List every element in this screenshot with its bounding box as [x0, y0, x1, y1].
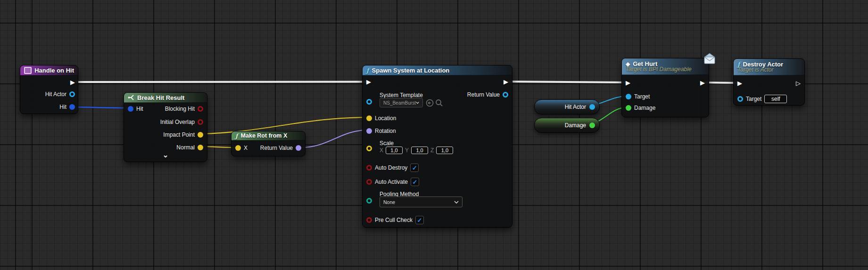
- node-title: Spawn System at Location: [372, 67, 450, 74]
- exec-out-pin[interactable]: ▶: [700, 80, 705, 86]
- hit-struct-wire[interactable]: [74, 107, 129, 108]
- scale-pin[interactable]: [366, 146, 372, 151]
- spawn-system-at-location-node[interactable]: ƒ Spawn System at Location ▶ ▶ Return Va…: [362, 65, 513, 228]
- interface-message-envelope-icon: [703, 52, 717, 65]
- pin-label: Hit: [136, 106, 143, 112]
- hit-actor-pin[interactable]: [69, 91, 75, 97]
- blocking-hit-pin[interactable]: [198, 106, 203, 112]
- damage-output-pin[interactable]: [589, 123, 595, 128]
- normal-pin[interactable]: [198, 145, 203, 150]
- expand-pins-chevron-icon[interactable]: ⌄: [163, 151, 169, 158]
- rotator-to-rotation-wire[interactable]: [301, 130, 366, 147]
- break-struct-icon: [128, 95, 134, 100]
- pin-label: Damage: [634, 105, 655, 111]
- return-value-pin[interactable]: [503, 92, 508, 98]
- pin-label: Normal: [176, 144, 195, 151]
- auto-activate-checkbox[interactable]: ✓: [411, 178, 419, 186]
- exec-wire-spawn-to-gethurt[interactable]: [504, 82, 629, 82]
- hit-pin[interactable]: [69, 104, 75, 110]
- make-rot-from-x-node[interactable]: ƒ Make Rot from X X Return Value: [231, 131, 306, 156]
- exec-in-pin[interactable]: ▶: [626, 80, 630, 86]
- node-subtitle: Target is BPI Damageable: [626, 66, 705, 73]
- return-value-pin[interactable]: [296, 145, 301, 151]
- handle-on-hit-node[interactable]: Handle on Hit ▶ Hit Actor Hit: [20, 65, 78, 114]
- exec-wire-event-to-spawn[interactable]: [76, 82, 368, 82]
- initial-overlap-pin[interactable]: [198, 119, 203, 125]
- hit-actor-output-pin[interactable]: [589, 104, 595, 110]
- pin-label: Scale: [380, 140, 394, 147]
- impact-point-pin[interactable]: [198, 132, 203, 138]
- pin-label: Hit: [59, 104, 66, 110]
- pin-label: X: [244, 145, 248, 151]
- location-pin[interactable]: [366, 115, 372, 121]
- pin-label: Impact Point: [163, 131, 195, 138]
- event-box-icon: [24, 67, 32, 74]
- exec-in-pin[interactable]: ▶: [737, 80, 742, 86]
- pin-label: Target: [746, 96, 761, 102]
- pin-label: Auto Destroy: [375, 164, 407, 171]
- pooling-method-dropdown[interactable]: None: [380, 196, 463, 207]
- damage-getter-node[interactable]: Damage: [534, 118, 600, 133]
- pre-cull-check-checkbox[interactable]: ✓: [415, 216, 424, 224]
- scale-y-field[interactable]: 1,0: [411, 147, 428, 154]
- pin-label: Hit Actor: [45, 91, 66, 98]
- pin-label: Return Value: [467, 91, 500, 98]
- scale-x-field[interactable]: 1,0: [386, 147, 403, 154]
- system-template-pin[interactable]: [366, 99, 372, 105]
- destroy-actor-node[interactable]: ƒ Destroy Actor Target is Actor ▶ ▷ Targ…: [733, 58, 805, 106]
- get-hurt-header: ◈ Get Hurt Target is BPI Damageable: [622, 58, 709, 75]
- pin-label: Blocking Hit: [165, 106, 195, 112]
- node-subtitle: Target is Actor: [737, 67, 801, 73]
- auto-destroy-checkbox[interactable]: ✓: [410, 164, 419, 172]
- pin-label: System Template: [380, 92, 423, 98]
- hit-actor-getter-node[interactable]: Hit Actor: [534, 99, 600, 115]
- browse-asset-icon[interactable]: [435, 99, 443, 107]
- target-pin[interactable]: [737, 96, 743, 102]
- use-selected-asset-icon[interactable]: [426, 99, 434, 107]
- pin-label: Initial Overlap: [160, 119, 195, 125]
- chevron-down-icon: [416, 101, 419, 104]
- hit-input-pin[interactable]: [128, 106, 133, 112]
- scale-x-label: X: [380, 147, 383, 154]
- pooling-method-pin[interactable]: [366, 198, 372, 204]
- check-icon: ✓: [417, 217, 422, 223]
- node-title: Make Rot from X: [241, 132, 288, 139]
- node-title: Handle on Hit: [34, 67, 74, 74]
- scale-y-label: Y: [405, 147, 409, 154]
- pin-label: Pre Cull Check: [375, 217, 413, 223]
- rotation-pin[interactable]: [366, 128, 372, 134]
- pin-label: Return Value: [260, 145, 293, 151]
- chevron-down-icon: [454, 201, 459, 204]
- exec-in-pin[interactable]: ▶: [366, 79, 371, 85]
- target-self-field[interactable]: self: [764, 95, 787, 103]
- target-pin[interactable]: [626, 94, 631, 99]
- system-template-dropdown[interactable]: NS_BeamBurst: [380, 98, 423, 107]
- exec-out-pin[interactable]: ▶: [504, 79, 508, 85]
- damage-pin[interactable]: [626, 105, 631, 111]
- check-icon: ✓: [412, 165, 417, 171]
- graph-canvas[interactable]: Handle on Hit ▶ Hit Actor Hit Break Hit …: [0, 0, 868, 270]
- destroy-actor-header: ƒ Destroy Actor Target is Actor: [734, 59, 804, 75]
- auto-activate-pin[interactable]: [366, 179, 372, 185]
- break-hit-result-header: Break Hit Result: [124, 93, 207, 103]
- spawn-system-header: ƒ Spawn System at Location: [363, 65, 512, 75]
- auto-destroy-pin[interactable]: [366, 165, 372, 171]
- scale-z-field[interactable]: 1,0: [436, 147, 453, 154]
- pre-cull-check-pin[interactable]: [366, 217, 372, 223]
- variable-label: Hit Actor: [565, 104, 586, 110]
- handle-on-hit-header: Handle on Hit: [20, 65, 78, 75]
- pin-label: Target: [634, 93, 650, 100]
- get-hurt-node[interactable]: ◈ Get Hurt Target is BPI Damageable ▶ ▶ …: [621, 58, 709, 117]
- system-template-value: NS_BeamBurst: [383, 100, 416, 106]
- make-rot-header: ƒ Make Rot from X: [231, 131, 305, 140]
- variable-label: Damage: [565, 122, 586, 129]
- pin-label: Location: [375, 115, 396, 122]
- break-hit-result-node[interactable]: Break Hit Result Hit Blocking Hit Initia…: [124, 92, 207, 162]
- exec-out-pin[interactable]: ▶: [70, 79, 75, 85]
- function-icon: ƒ: [366, 67, 369, 74]
- function-icon: ƒ: [235, 133, 238, 139]
- exec-out-pin[interactable]: ▷: [796, 80, 801, 86]
- check-icon: ✓: [413, 179, 418, 185]
- scale-z-label: Z: [430, 147, 434, 154]
- x-input-pin[interactable]: [235, 145, 241, 151]
